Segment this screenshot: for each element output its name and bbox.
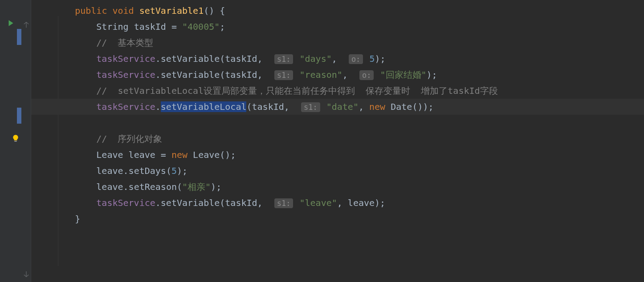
identifier: taskId <box>225 69 257 80</box>
identifier: leave <box>123 149 155 160</box>
punctuation: (); <box>220 149 236 160</box>
punctuation: ( <box>220 197 225 208</box>
field-reference: taskService <box>96 101 155 112</box>
keyword-new: new <box>171 149 187 160</box>
punctuation: , <box>284 101 295 112</box>
keyword-public: public <box>75 5 107 16</box>
punctuation: ); <box>211 181 221 192</box>
identifier: leave <box>96 165 123 176</box>
type: Date <box>385 101 412 112</box>
fold-collapse-icon[interactable] <box>23 17 29 33</box>
fold-expand-icon[interactable] <box>23 266 29 282</box>
method-call: setVariable <box>161 53 220 64</box>
method-call: setVariable <box>161 69 220 80</box>
string-literal: "reason" <box>294 69 342 80</box>
parameter-hint: s1: <box>274 198 293 208</box>
punctuation: () <box>204 5 214 16</box>
punctuation: { <box>214 5 225 16</box>
change-marker <box>17 29 21 45</box>
field-reference: taskService <box>96 53 155 64</box>
code-line-current[interactable]: taskService.setVariableLocal(taskId, s1:… <box>31 99 644 115</box>
punctuation: ( <box>177 181 182 192</box>
method-call: setVariable <box>161 197 220 208</box>
type: Leave <box>96 149 123 160</box>
code-line[interactable]: } <box>31 211 644 227</box>
punctuation: , <box>359 101 369 112</box>
string-literal: "date" <box>321 101 359 112</box>
punctuation: ; <box>220 21 225 32</box>
code-line[interactable]: String taskId = "40005"; <box>31 19 644 35</box>
punctuation: , <box>257 69 268 80</box>
method-call: setVariableLocal <box>161 101 247 112</box>
identifier: taskId <box>225 53 257 64</box>
type: Leave <box>187 149 220 160</box>
intention-bulb-icon[interactable] <box>12 131 20 147</box>
operator: = <box>155 149 171 160</box>
editor-gutter <box>0 0 31 282</box>
identifier: taskId <box>134 21 166 32</box>
method-declaration: setVariable1 <box>139 5 204 16</box>
parameter-hint: s1: <box>274 70 293 80</box>
punctuation: , <box>337 197 348 208</box>
punctuation: , <box>332 53 342 64</box>
punctuation: . <box>123 181 129 192</box>
keyword-void: void <box>112 5 134 16</box>
number-literal: 5 <box>364 53 375 64</box>
operator: = <box>166 21 182 32</box>
punctuation: , <box>342 69 353 80</box>
svg-rect-0 <box>14 141 17 142</box>
method-call: setDays <box>129 165 166 176</box>
type: String <box>96 21 128 32</box>
code-line[interactable]: public void setVariable1() { <box>31 3 644 19</box>
run-test-icon[interactable] <box>7 16 15 32</box>
comment: // 序列化对象 <box>96 133 162 144</box>
punctuation: . <box>155 197 161 208</box>
code-line[interactable]: taskService.setVariable(taskId, s1: "rea… <box>31 67 644 83</box>
comment: // 基本类型 <box>96 37 153 48</box>
code-line[interactable]: Leave leave = new Leave(); <box>31 147 644 163</box>
string-literal: "leave" <box>294 197 337 208</box>
parameter-hint: s1: <box>274 54 293 64</box>
punctuation: ( <box>166 165 171 176</box>
punctuation: ); <box>427 69 437 80</box>
punctuation: } <box>75 214 80 224</box>
identifier: taskId <box>225 197 257 208</box>
comment: // setVariableLocal设置局部变量，只能在当前任务中得到 保存变… <box>96 85 497 96</box>
code-line[interactable]: leave.setDays(5); <box>31 163 644 179</box>
code-line[interactable]: // setVariableLocal设置局部变量，只能在当前任务中得到 保存变… <box>31 83 644 99</box>
string-literal: "回家结婚" <box>375 69 426 80</box>
punctuation: ); <box>375 197 385 208</box>
punctuation: ); <box>375 53 385 64</box>
code-line-empty[interactable] <box>31 115 644 131</box>
string-literal: "days" <box>294 53 331 64</box>
method-call: setReason <box>129 181 177 192</box>
identifier: leave <box>96 181 123 192</box>
field-reference: taskService <box>96 197 155 208</box>
code-line[interactable]: taskService.setVariable(taskId, s1: "day… <box>31 51 644 67</box>
punctuation: , <box>257 53 268 64</box>
identifier: taskId <box>252 101 284 112</box>
punctuation: . <box>123 165 129 176</box>
punctuation: ()); <box>412 101 433 112</box>
punctuation: ( <box>220 69 225 80</box>
parameter-hint: s1: <box>301 102 320 112</box>
code-line[interactable]: leave.setReason("相亲"); <box>31 179 644 195</box>
punctuation: ( <box>246 101 252 112</box>
code-line[interactable]: // 基本类型 <box>31 35 644 51</box>
punctuation: . <box>155 53 161 64</box>
parameter-hint: o: <box>349 54 363 64</box>
number-literal: 5 <box>171 165 177 176</box>
keyword-new: new <box>369 101 385 112</box>
punctuation: , <box>257 197 268 208</box>
string-literal: "相亲" <box>182 181 211 192</box>
code-line[interactable]: // 序列化对象 <box>31 131 644 147</box>
string-literal: "40005" <box>182 21 220 32</box>
code-line[interactable]: taskService.setVariable(taskId, s1: "lea… <box>31 195 644 211</box>
punctuation: ); <box>177 165 187 176</box>
selected-text: setVariableLocal <box>161 101 247 112</box>
punctuation: . <box>155 69 161 80</box>
code-editor[interactable]: @Test public void setVariable1() { Strin… <box>31 0 644 282</box>
identifier: leave <box>348 197 375 208</box>
punctuation: ( <box>220 53 225 64</box>
field-reference: taskService <box>96 69 155 80</box>
